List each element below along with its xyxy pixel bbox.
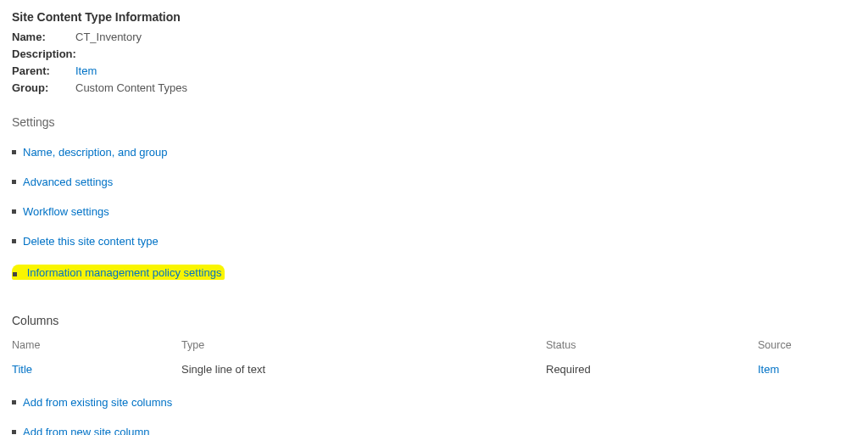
group-value: Custom Content Types: [75, 80, 187, 97]
settings-item-name-desc-group: Name, description, and group: [12, 146, 856, 159]
bullet-icon: [12, 209, 16, 214]
column-source-link[interactable]: Item: [758, 363, 779, 376]
settings-item-advanced: Advanced settings: [12, 176, 856, 188]
add-new-column-link[interactable]: Add from new site column: [23, 426, 150, 435]
settings-link-advanced[interactable]: Advanced settings: [23, 176, 113, 188]
column-header-status: Status: [546, 339, 758, 351]
add-existing-columns-link[interactable]: Add from existing site columns: [23, 396, 172, 409]
column-actions: Add from existing site columns Add from …: [12, 396, 856, 435]
settings-list: Name, description, and group Advanced se…: [12, 146, 856, 280]
info-row-name: Name: CT_Inventory: [12, 29, 856, 46]
table-row: Title Single line of text Required Item: [12, 363, 856, 376]
column-status-value: Required: [546, 363, 758, 376]
bullet-icon: [12, 150, 16, 154]
description-label: Description:: [12, 46, 75, 63]
column-header-source: Source: [758, 339, 856, 351]
bullet-icon: [12, 430, 16, 434]
name-label: Name:: [12, 29, 75, 46]
settings-link-workflow[interactable]: Workflow settings: [23, 205, 109, 218]
settings-item-delete: Delete this site content type: [12, 235, 856, 248]
settings-item-info-policy: Information management policy settings: [12, 265, 856, 280]
parent-link[interactable]: Item: [75, 63, 97, 80]
info-rows: Name: CT_Inventory Description: Parent: …: [12, 29, 856, 97]
bullet-icon: [12, 180, 16, 184]
column-action-add-new: Add from new site column: [12, 426, 856, 435]
settings-link-info-policy[interactable]: Information management policy settings: [27, 266, 222, 279]
column-header-name: Name: [12, 339, 181, 351]
columns-heading: Columns: [12, 314, 856, 327]
parent-label: Parent:: [12, 63, 75, 80]
settings-heading: Settings: [12, 115, 856, 129]
section-title: Site Content Type Information: [12, 10, 856, 24]
settings-item-workflow: Workflow settings: [12, 205, 856, 218]
bullet-icon: [12, 400, 16, 404]
info-row-description: Description:: [12, 46, 856, 63]
info-row-group: Group: Custom Content Types: [12, 80, 856, 97]
column-name-link[interactable]: Title: [12, 363, 32, 376]
column-type-value: Single line of text: [181, 363, 546, 376]
bullet-icon: [12, 239, 16, 243]
info-row-parent: Parent: Item: [12, 63, 856, 80]
highlighted-wrapper: Information management policy settings: [12, 265, 225, 280]
bullet-icon: [13, 272, 17, 276]
column-action-add-existing: Add from existing site columns: [12, 396, 856, 409]
columns-header-row: Name Type Status Source: [12, 339, 856, 351]
settings-link-name-desc-group[interactable]: Name, description, and group: [23, 146, 168, 159]
content-type-info-section: Site Content Type Information Name: CT_I…: [12, 10, 856, 97]
columns-table: Name Type Status Source Title Single lin…: [12, 339, 856, 376]
group-label: Group:: [12, 80, 75, 97]
column-header-type: Type: [181, 339, 546, 351]
name-value: CT_Inventory: [75, 29, 142, 46]
settings-link-delete[interactable]: Delete this site content type: [23, 235, 159, 248]
